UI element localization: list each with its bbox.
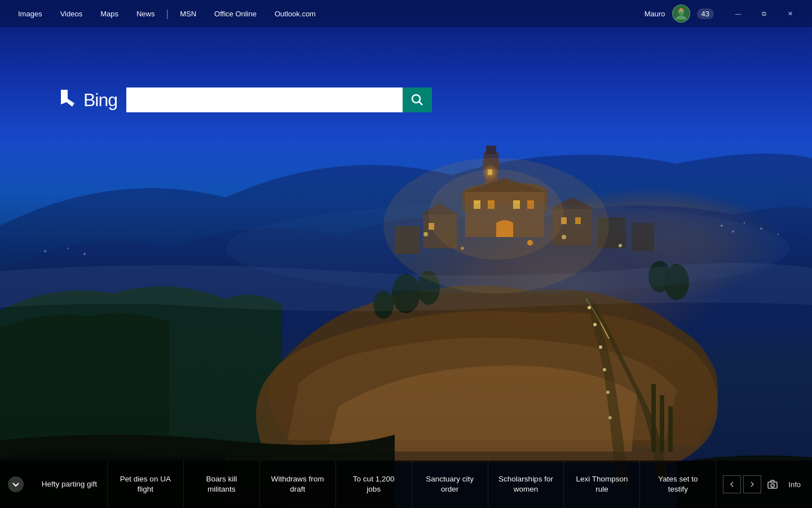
info-button[interactable]: Info (784, 478, 805, 491)
news-item-withdraws-draft[interactable]: Withdraws from draft (260, 461, 336, 508)
maximize-button[interactable]: ⧉ (751, 5, 777, 23)
svg-rect-53 (679, 12, 682, 16)
toggle-icon (8, 476, 24, 492)
next-image-button[interactable] (743, 475, 761, 493)
nav-news[interactable]: News (127, 0, 164, 27)
bing-logo: Bing (56, 87, 117, 112)
news-item-cut-jobs[interactable]: To cut 1,200 jobs (336, 461, 412, 508)
nav-videos[interactable]: Videos (51, 0, 92, 27)
bing-logo-text: Bing (83, 90, 117, 111)
svg-line-56 (419, 102, 422, 105)
camera-icon-button[interactable] (764, 475, 782, 493)
nav-msn[interactable]: MSN (171, 0, 205, 27)
search-icon (411, 94, 423, 106)
nav-links: Images Videos Maps News | MSN Office Onl… (9, 0, 645, 27)
svg-point-55 (412, 95, 420, 103)
prev-image-button[interactable] (723, 475, 741, 493)
svg-point-58 (771, 484, 774, 487)
news-item-boars-militants[interactable]: Boars kill militants (184, 461, 260, 508)
chevron-left-icon (729, 481, 735, 488)
chevron-down-icon (11, 480, 20, 489)
nav-maps[interactable]: Maps (91, 0, 127, 27)
nav-office[interactable]: Office Online (205, 0, 266, 27)
search-area: Bing (56, 87, 432, 112)
news-item-yates-testify[interactable]: Yates set to testify (640, 461, 716, 508)
camera-icon (767, 479, 778, 490)
search-box-container (126, 87, 432, 112)
notification-count[interactable]: 43 (697, 8, 714, 19)
news-item-hefty-parting[interactable]: Hefty parting gift (32, 461, 108, 508)
nav-right: Mauro 43 — ⧉ ✕ (645, 5, 803, 23)
news-item-sanctuary-city[interactable]: Sanctuary city order (412, 461, 488, 508)
search-button[interactable] (403, 87, 432, 112)
chevron-right-icon (749, 481, 756, 488)
nav-divider: | (164, 8, 171, 20)
news-item-lexi-rule[interactable]: Lexi Thompson rule (564, 461, 640, 508)
landscape-overlay (0, 0, 812, 508)
bottom-bar: Hefty parting gift Pet dies on UA flight… (0, 461, 812, 508)
news-items-container: Hefty parting gift Pet dies on UA flight… (32, 461, 716, 508)
nav-images[interactable]: Images (9, 0, 51, 27)
svg-point-49 (226, 203, 789, 294)
close-button[interactable]: ✕ (777, 5, 803, 23)
minimize-button[interactable]: — (725, 5, 751, 23)
bottom-toggle-button[interactable] (0, 461, 32, 508)
top-navigation: Images Videos Maps News | MSN Office Onl… (0, 0, 812, 27)
window-controls: — ⧉ ✕ (725, 5, 803, 23)
search-input[interactable] (126, 87, 403, 112)
bottom-controls: Info (716, 475, 812, 493)
bing-logo-icon (56, 87, 79, 112)
user-name-label: Mauro (645, 10, 665, 18)
user-avatar[interactable] (672, 5, 690, 23)
news-item-pet-flight[interactable]: Pet dies on UA flight (108, 461, 184, 508)
nav-outlook[interactable]: Outlook.com (266, 0, 325, 27)
news-item-scholarships-women[interactable]: Scholarships for women (488, 461, 564, 508)
